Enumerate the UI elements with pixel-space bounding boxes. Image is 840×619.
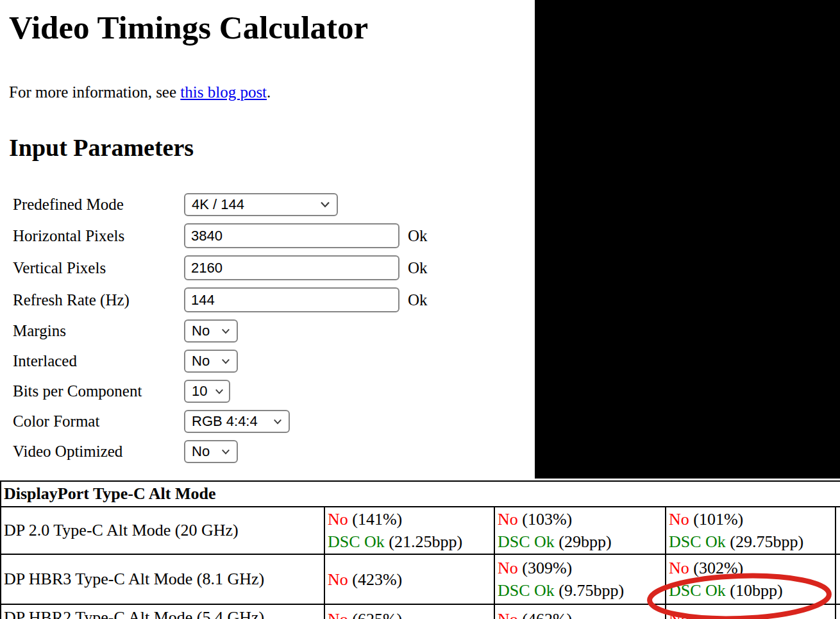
- result-cell: No (309%) DSC Ok (9.75bpp): [494, 554, 666, 604]
- interlaced-value: No: [192, 353, 210, 369]
- results-table: DisplayPort Type-C Alt Mode DP 2.0 Type-…: [0, 480, 840, 619]
- chevron-down-icon: [215, 389, 224, 394]
- chevron-down-icon: [221, 449, 230, 455]
- bits-per-component-label: Bits per Component: [13, 382, 184, 400]
- mode-label-cell: DP 2.0 Type-C Alt Mode (20 GHz): [1, 507, 324, 554]
- video-optimized-value: No: [192, 443, 210, 460]
- result-cell: [836, 554, 840, 604]
- color-format-label: Color Format: [13, 412, 184, 430]
- vertical-pixels-status: Ok: [408, 259, 428, 277]
- blog-post-link[interactable]: this blog post: [180, 83, 267, 101]
- interlaced-select[interactable]: No: [184, 350, 238, 373]
- bits-per-component-select[interactable]: 10: [184, 380, 230, 403]
- result-cell: No (103%) DSC Ok (29bpp): [494, 507, 666, 554]
- intro-suffix: .: [267, 83, 271, 101]
- results-table-header-row: DisplayPort Type-C Alt Mode: [1, 481, 840, 507]
- result-cell: No (101%) DSC Ok (29.75bpp): [666, 507, 836, 554]
- vertical-pixels-input[interactable]: [184, 255, 399, 280]
- mode-label-cell: DP HBR2 Type-C Alt Mode (5.4 GHz): [1, 604, 324, 619]
- margins-select[interactable]: No: [184, 319, 238, 343]
- predefined-mode-value: 4K / 144: [192, 196, 244, 213]
- results-table-title: DisplayPort Type-C Alt Mode: [1, 481, 840, 507]
- result-cell: No (625%): [324, 604, 494, 619]
- mode-label-cell: DP HBR3 Type-C Alt Mode (8.1 GHz): [1, 554, 324, 604]
- color-format-value: RGB 4:4:4: [192, 413, 258, 430]
- chevron-down-icon: [221, 359, 230, 364]
- table-row: DP HBR2 Type-C Alt Mode (5.4 GHz) No (62…: [1, 604, 840, 619]
- interlaced-label: Interlaced: [13, 352, 184, 370]
- refresh-rate-status: Ok: [408, 291, 428, 309]
- intro-prefix: For more information, see: [9, 83, 180, 101]
- chevron-down-icon: [320, 201, 330, 208]
- video-optimized-select[interactable]: No: [184, 440, 238, 463]
- predefined-mode-label: Predefined Mode: [13, 196, 184, 214]
- result-cell: [836, 507, 840, 554]
- margins-label: Margins: [13, 322, 184, 340]
- page: Video Timings Calculator For more inform…: [0, 0, 840, 619]
- chevron-down-icon: [221, 328, 230, 334]
- result-cell: No (462%): [494, 604, 666, 619]
- refresh-rate-label: Refresh Rate (Hz): [13, 291, 184, 309]
- result-cell: No (302%) DSC Ok (10bpp): [666, 554, 836, 604]
- horizontal-pixels-label: Horizontal Pixels: [13, 227, 184, 245]
- chevron-down-icon: [273, 419, 282, 425]
- vertical-pixels-label: Vertical Pixels: [13, 259, 184, 277]
- margins-value: No: [192, 323, 210, 339]
- result-cell: No: [666, 604, 836, 619]
- table-row: DP HBR3 Type-C Alt Mode (8.1 GHz) No (42…: [1, 554, 840, 604]
- redacted-region: [535, 0, 840, 479]
- video-optimized-label: Video Optimized: [13, 443, 184, 461]
- horizontal-pixels-input[interactable]: [184, 223, 399, 248]
- result-cell: No (423%): [324, 554, 494, 604]
- refresh-rate-input[interactable]: [184, 287, 399, 312]
- color-format-select[interactable]: RGB 4:4:4: [184, 410, 290, 433]
- table-row: DP 2.0 Type-C Alt Mode (20 GHz) No (141%…: [1, 507, 840, 554]
- bits-per-component-value: 10: [192, 383, 207, 400]
- result-cell: [836, 604, 840, 619]
- result-cell: No (141%) DSC Ok (21.25bpp): [324, 507, 494, 554]
- horizontal-pixels-status: Ok: [408, 227, 428, 245]
- predefined-mode-select[interactable]: 4K / 144: [184, 193, 338, 216]
